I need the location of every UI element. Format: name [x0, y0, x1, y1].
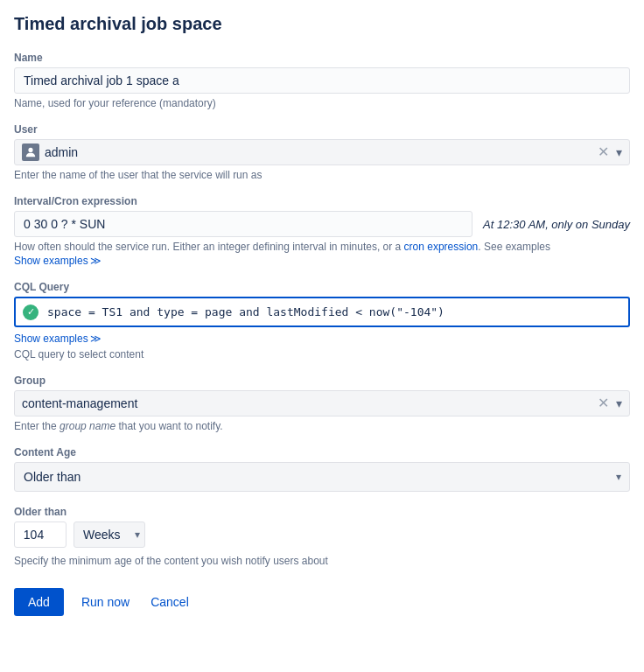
- older-than-row: Days Weeks Months Years ▾: [14, 522, 630, 548]
- cql-input-wrap: ✓: [14, 297, 630, 327]
- user-avatar-icon: [22, 144, 39, 161]
- group-clear-button[interactable]: ✕: [596, 395, 611, 412]
- content-age-field-group: Content Age Older than Newer than ▾: [14, 446, 630, 492]
- add-button[interactable]: Add: [14, 588, 64, 616]
- cron-expression-link[interactable]: cron expression: [404, 241, 479, 253]
- clear-icon: ✕: [598, 145, 609, 159]
- older-than-hint: Specify the minimum age of the content y…: [14, 555, 630, 567]
- user-label: User: [14, 123, 630, 136]
- cron-show-examples-label: Show examples: [14, 255, 88, 267]
- cron-examples-chevron-icon: ≫: [90, 255, 102, 267]
- older-than-field-group: Older than Days Weeks Months Years ▾ Spe…: [14, 506, 630, 567]
- older-than-label: Older than: [14, 506, 630, 518]
- cron-result: At 12:30 AM, only on Sunday: [483, 218, 630, 231]
- group-select-box[interactable]: content-management ✕ ▾: [14, 390, 630, 416]
- cql-hint: CQL query to select content: [14, 348, 630, 360]
- group-hint-suffix: that you want to notify.: [116, 420, 223, 432]
- unit-select-wrap: Days Weeks Months Years ▾: [74, 522, 145, 548]
- user-select-box[interactable]: admin ✕ ▾: [14, 139, 630, 165]
- name-field-group: Name Name, used for your reference (mand…: [14, 52, 630, 109]
- cron-label: Interval/Cron expression: [14, 195, 630, 207]
- cron-hint-prefix: How often should the service run. Either…: [14, 241, 404, 253]
- cql-show-examples-link[interactable]: Show examples ≫: [14, 332, 102, 345]
- cql-label: CQL Query: [14, 281, 630, 293]
- user-hint: Enter the name of the user that the serv…: [14, 169, 630, 181]
- group-hint: Enter the group name that you want to no…: [14, 420, 630, 432]
- cron-input[interactable]: [14, 211, 472, 237]
- cron-input-wrap: [14, 211, 472, 237]
- user-clear-button[interactable]: ✕: [596, 144, 611, 161]
- user-value: admin: [45, 145, 591, 159]
- group-label: Group: [14, 374, 630, 387]
- group-value: content-management: [22, 396, 591, 410]
- actions-row: Add Run now Cancel: [14, 588, 630, 616]
- group-clear-icon: ✕: [598, 396, 609, 410]
- group-chevron-icon: ▾: [616, 396, 622, 410]
- svg-point-0: [28, 148, 32, 152]
- group-hint-prefix: Enter the: [14, 420, 60, 432]
- group-field-group: Group content-management ✕ ▾ Enter the g…: [14, 374, 630, 432]
- cron-field-group: Interval/Cron expression At 12:30 AM, on…: [14, 195, 630, 267]
- name-hint: Name, used for your reference (mandatory…: [14, 97, 630, 109]
- content-age-select-wrap: Older than Newer than ▾: [14, 462, 630, 492]
- cql-examples-chevron-icon: ≫: [90, 332, 102, 345]
- unit-select[interactable]: Days Weeks Months Years: [74, 522, 145, 548]
- cql-show-examples-label: Show examples: [14, 332, 88, 345]
- check-icon: ✓: [27, 306, 35, 318]
- page-title: Timed archival job space: [14, 14, 630, 34]
- user-chevron-icon: ▾: [616, 145, 622, 159]
- cql-valid-icon: ✓: [23, 304, 38, 320]
- name-label: Name: [14, 52, 630, 64]
- run-now-button[interactable]: Run now: [78, 588, 133, 616]
- cql-input[interactable]: [14, 297, 630, 327]
- name-input[interactable]: [14, 67, 630, 94]
- cron-row: At 12:30 AM, only on Sunday: [14, 211, 630, 237]
- cron-hint: How often should the service run. Either…: [14, 241, 630, 253]
- content-age-label: Content Age: [14, 446, 630, 458]
- older-than-number-input[interactable]: [14, 522, 66, 548]
- content-age-select[interactable]: Older than Newer than: [14, 462, 630, 492]
- user-field-group: User admin ✕ ▾ Enter the name of the use…: [14, 123, 630, 181]
- cancel-button[interactable]: Cancel: [147, 588, 192, 616]
- cron-show-examples-link[interactable]: Show examples ≫: [14, 255, 102, 267]
- cql-field-group: CQL Query ✓ Show examples ≫ CQL query to…: [14, 281, 630, 360]
- cron-hint-suffix: . See examples: [478, 241, 550, 253]
- group-hint-italic: group name: [60, 420, 116, 432]
